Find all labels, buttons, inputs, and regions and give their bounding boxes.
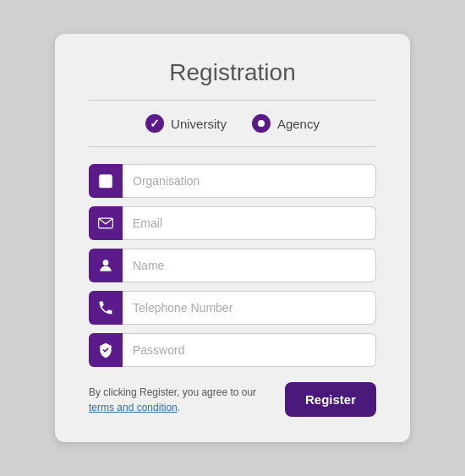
organisation-input[interactable] <box>123 164 376 198</box>
password-icon-box <box>89 333 123 367</box>
type-selector: ✓ University Agency <box>89 114 376 133</box>
telephone-input[interactable] <box>123 291 376 325</box>
telephone-icon-box <box>89 291 123 325</box>
university-label: University <box>171 117 227 131</box>
person-icon <box>97 257 114 274</box>
name-row <box>89 249 376 282</box>
svg-rect-1 <box>103 178 105 180</box>
footer: By clicking Register, you agree to our t… <box>89 382 376 417</box>
password-row <box>89 333 376 367</box>
password-input[interactable] <box>123 333 376 367</box>
name-input[interactable] <box>123 249 376 282</box>
organisation-row <box>89 164 376 198</box>
svg-rect-3 <box>103 182 105 183</box>
building-icon <box>97 172 114 189</box>
university-radio-icon: ✓ <box>145 114 164 133</box>
svg-rect-2 <box>107 178 108 180</box>
title-divider <box>89 100 376 101</box>
email-row <box>89 206 376 240</box>
checkmark-icon: ✓ <box>150 117 160 130</box>
svg-point-7 <box>103 260 109 265</box>
agency-label: Agency <box>277 117 320 131</box>
registration-card: Registration ✓ University Agency <box>55 34 410 442</box>
svg-rect-4 <box>107 182 108 183</box>
page-title: Registration <box>89 59 376 86</box>
radio-dot <box>258 120 265 127</box>
email-icon-box <box>89 206 123 240</box>
terms-text: By clicking Register, you agree to our t… <box>89 385 276 415</box>
name-icon-box <box>89 249 123 282</box>
svg-rect-5 <box>104 183 107 187</box>
form-divider <box>89 146 376 147</box>
register-button[interactable]: Register <box>285 382 376 417</box>
terms-link[interactable]: terms and condition <box>89 402 178 413</box>
telephone-row <box>89 291 376 325</box>
email-input[interactable] <box>123 206 376 240</box>
phone-icon <box>97 299 114 316</box>
envelope-icon <box>97 215 114 232</box>
organisation-icon-box <box>89 164 123 198</box>
university-option[interactable]: ✓ University <box>145 114 227 133</box>
agency-radio-icon <box>252 114 271 133</box>
shield-icon <box>97 342 114 358</box>
agency-option[interactable]: Agency <box>252 114 320 133</box>
